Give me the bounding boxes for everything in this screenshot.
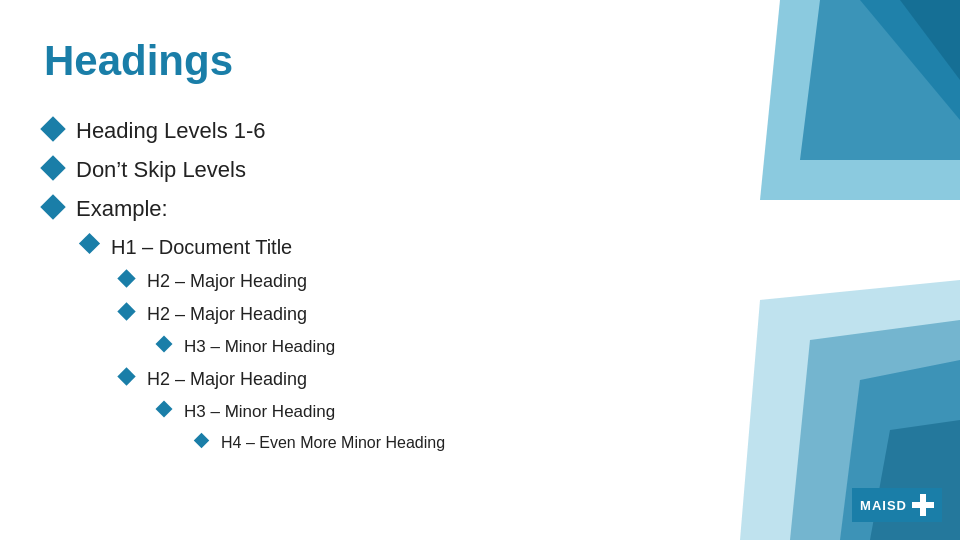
bullet-list: Heading Levels 1-6 Don’t Skip Levels Exa… [44, 116, 670, 454]
item-text: H2 – Major Heading [147, 367, 307, 392]
diamond-icon [40, 117, 65, 142]
list-item: Heading Levels 1-6 [44, 116, 670, 147]
diamond-icon [117, 367, 135, 385]
diamond-icon [156, 401, 173, 418]
diamond-icon [194, 433, 210, 449]
item-text: Example: [76, 194, 168, 225]
diamond-icon [79, 233, 100, 254]
item-text: H4 – Even More Minor Heading [221, 432, 445, 454]
svg-marker-7 [870, 420, 960, 540]
item-text: H1 – Document Title [111, 233, 292, 261]
list-item: H2 – Major Heading [44, 367, 670, 392]
logo-cross-icon [912, 494, 934, 516]
diamond-icon [117, 302, 135, 320]
item-text: H3 – Minor Heading [184, 400, 335, 424]
list-item: H3 – Minor Heading [44, 400, 670, 424]
list-item: Example: [44, 194, 670, 225]
main-content: Headings Heading Levels 1-6 Don’t Skip L… [0, 0, 720, 492]
list-item: H3 – Minor Heading [44, 335, 670, 359]
logo-container: MAISD [852, 488, 942, 522]
svg-marker-2 [860, 0, 960, 120]
background-decoration [700, 0, 960, 540]
diamond-icon [40, 194, 65, 219]
list-item: Don’t Skip Levels [44, 155, 670, 186]
diamond-icon [40, 155, 65, 180]
diamond-icon [156, 336, 173, 353]
item-text: Don’t Skip Levels [76, 155, 246, 186]
item-text: H2 – Major Heading [147, 269, 307, 294]
item-text: Heading Levels 1-6 [76, 116, 266, 147]
list-item: H1 – Document Title [44, 233, 670, 261]
svg-marker-1 [800, 0, 960, 160]
diamond-icon [117, 269, 135, 287]
list-item: H4 – Even More Minor Heading [44, 432, 670, 454]
list-item: H2 – Major Heading [44, 269, 670, 294]
svg-marker-6 [900, 0, 960, 80]
logo-text: MAISD [860, 498, 907, 513]
logo-box: MAISD [852, 488, 942, 522]
svg-marker-0 [760, 0, 960, 200]
page-title: Headings [44, 36, 670, 86]
item-text: H2 – Major Heading [147, 302, 307, 327]
item-text: H3 – Minor Heading [184, 335, 335, 359]
list-item: H2 – Major Heading [44, 302, 670, 327]
